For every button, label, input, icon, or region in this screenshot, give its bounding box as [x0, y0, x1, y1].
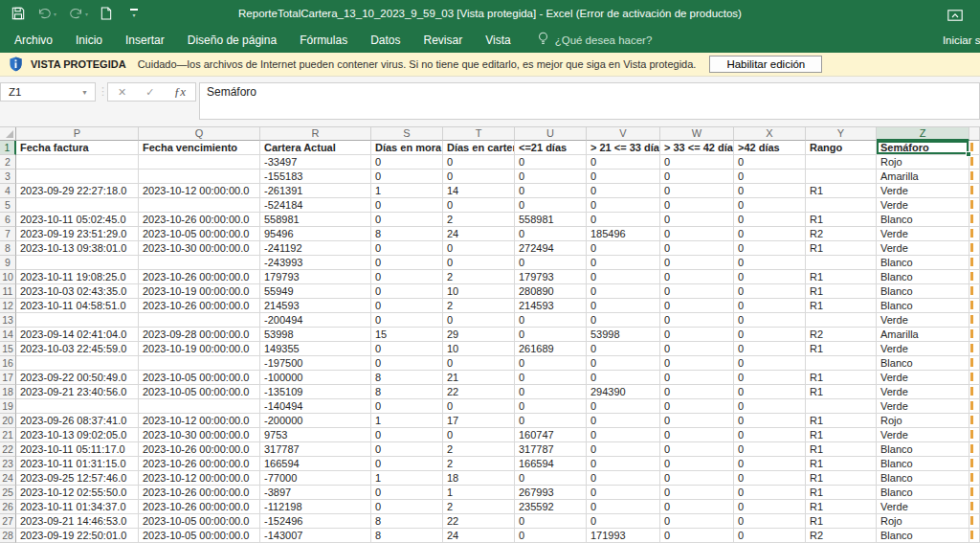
cell-Y28[interactable]: R2	[806, 529, 877, 543]
cell-U20[interactable]: 0	[515, 414, 587, 428]
cell-S17[interactable]: 8	[371, 371, 443, 385]
row-header-13[interactable]: 13	[0, 313, 16, 328]
cell-U15[interactable]: 261689	[515, 342, 587, 356]
cell-Q2[interactable]	[139, 155, 260, 170]
row-header-10[interactable]: 10	[0, 270, 16, 284]
cell-U5[interactable]: 0	[515, 198, 587, 213]
row-header-16[interactable]: 16	[0, 356, 16, 371]
cell-R23[interactable]: 166594	[260, 457, 371, 471]
cell-V3[interactable]: 0	[587, 170, 660, 184]
cell-Z22[interactable]: Blanco	[877, 442, 969, 457]
cell-R10[interactable]: 179793	[260, 270, 371, 284]
cell-R13[interactable]: -200494	[260, 313, 371, 328]
cell-X22[interactable]: 0	[734, 442, 806, 457]
cell-W2[interactable]: 0	[660, 155, 734, 170]
cell-S18[interactable]: 8	[371, 385, 443, 399]
cell-T17[interactable]: 21	[443, 371, 515, 385]
cell-V1[interactable]: > 21 <= 33 días	[587, 141, 660, 155]
cell-V12[interactable]: 0	[587, 299, 660, 313]
cell-U17[interactable]: 0	[515, 371, 587, 385]
cell-S23[interactable]: 0	[371, 457, 443, 471]
cell-Q19[interactable]	[139, 399, 260, 414]
cell-Y8[interactable]: R1	[806, 241, 877, 256]
cell-Z5[interactable]: Verde	[877, 198, 969, 213]
cell-X3[interactable]: 0	[734, 170, 806, 184]
ribbon-tab-diseno-de-pagina[interactable]: Diseño de página	[176, 27, 288, 53]
cell-Y10[interactable]: R1	[806, 270, 877, 284]
cell-P1[interactable]: Fecha factura	[16, 141, 139, 155]
cell-S26[interactable]: 0	[371, 500, 443, 514]
cell-Y12[interactable]: R1	[806, 299, 877, 313]
cell-U26[interactable]: 235592	[515, 500, 587, 514]
cell-Z11[interactable]: Blanco	[877, 284, 969, 299]
cell-U2[interactable]: 0	[515, 155, 587, 170]
cancel-entry-icon[interactable]: ✕	[118, 86, 126, 99]
row-header-8[interactable]: 8	[0, 241, 16, 256]
cell-Z10[interactable]: Blanco	[877, 270, 969, 284]
cell-V17[interactable]: 0	[587, 371, 660, 385]
cell-R22[interactable]: 317787	[260, 442, 371, 457]
cell-Q5[interactable]	[139, 198, 260, 213]
cell-P20[interactable]: 2023-09-26 08:37:41.0	[16, 414, 139, 428]
cell-X6[interactable]: 0	[734, 213, 806, 227]
cell-X9[interactable]: 0	[734, 256, 806, 270]
cell-W11[interactable]: 0	[660, 284, 734, 299]
cell-Z25[interactable]: Blanco	[877, 486, 969, 500]
cell-Z18[interactable]: Verde	[877, 385, 969, 399]
cell-P8[interactable]: 2023-10-13 09:38:01.0	[16, 241, 139, 256]
row-header-17[interactable]: 17	[0, 371, 16, 385]
cell-V23[interactable]: 0	[587, 457, 660, 471]
cell-Q25[interactable]: 2023-10-26 00:00:00.0	[139, 486, 260, 500]
cell-P19[interactable]	[16, 399, 139, 414]
cell-U6[interactable]: 558981	[515, 213, 587, 227]
cell-U28[interactable]: 0	[515, 529, 587, 543]
cell-T21[interactable]: 0	[443, 428, 515, 442]
cell-V28[interactable]: 171993	[587, 529, 660, 543]
cell-Z28[interactable]: Blanco	[877, 529, 969, 543]
cell-X13[interactable]: 0	[734, 313, 806, 328]
row-header-6[interactable]: 6	[0, 213, 16, 227]
cell-W23[interactable]: 0	[660, 457, 734, 471]
cell-R11[interactable]: 55949	[260, 284, 371, 299]
cell-V14[interactable]: 53998	[587, 328, 660, 342]
cell-T8[interactable]: 0	[443, 241, 515, 256]
cell-R27[interactable]: -152496	[260, 514, 371, 529]
cell-Q8[interactable]: 2023-10-30 00:00:00.0	[139, 241, 260, 256]
cell-W24[interactable]: 0	[660, 471, 734, 486]
cell-Q28[interactable]: 2023-10-05 00:00:00.0	[139, 529, 260, 543]
cell-T9[interactable]: 0	[443, 256, 515, 270]
cell-V10[interactable]: 0	[587, 270, 660, 284]
cell-V24[interactable]: 0	[587, 471, 660, 486]
cell-T19[interactable]: 0	[443, 399, 515, 414]
cell-S12[interactable]: 0	[371, 299, 443, 313]
cell-P10[interactable]: 2023-10-11 19:08:25.0	[16, 270, 139, 284]
cell-R18[interactable]: -135109	[260, 385, 371, 399]
row-header-11[interactable]: 11	[0, 284, 16, 299]
cell-U9[interactable]: 0	[515, 256, 587, 270]
cell-Z26[interactable]: Verde	[877, 500, 969, 514]
cell-Y20[interactable]: R1	[806, 414, 877, 428]
cell-P21[interactable]: 2023-10-13 09:02:05.0	[16, 428, 139, 442]
cell-Y9[interactable]	[806, 256, 877, 270]
cell-Y1[interactable]: Rango	[806, 141, 877, 155]
cell-S24[interactable]: 1	[371, 471, 443, 486]
cell-R1[interactable]: Cartera Actual	[260, 141, 371, 155]
cell-X12[interactable]: 0	[734, 299, 806, 313]
cell-P3[interactable]	[16, 170, 139, 184]
cell-T24[interactable]: 18	[443, 471, 515, 486]
cell-Z12[interactable]: Blanco	[877, 299, 969, 313]
cell-T20[interactable]: 17	[443, 414, 515, 428]
cell-X8[interactable]: 0	[734, 241, 806, 256]
cell-Z1[interactable]: Semáforo	[877, 141, 969, 155]
cell-V25[interactable]: 0	[587, 486, 660, 500]
cell-P24[interactable]: 2023-09-25 12:57:46.0	[16, 471, 139, 486]
new-document-icon[interactable]	[100, 7, 112, 20]
cell-X21[interactable]: 0	[734, 428, 806, 442]
row-header-3[interactable]: 3	[0, 170, 16, 184]
cell-S21[interactable]: 0	[371, 428, 443, 442]
cell-P2[interactable]	[16, 155, 139, 170]
cell-X10[interactable]: 0	[734, 270, 806, 284]
cell-T18[interactable]: 22	[443, 385, 515, 399]
cell-U25[interactable]: 267993	[515, 486, 587, 500]
col-header-X[interactable]: X	[734, 127, 806, 141]
